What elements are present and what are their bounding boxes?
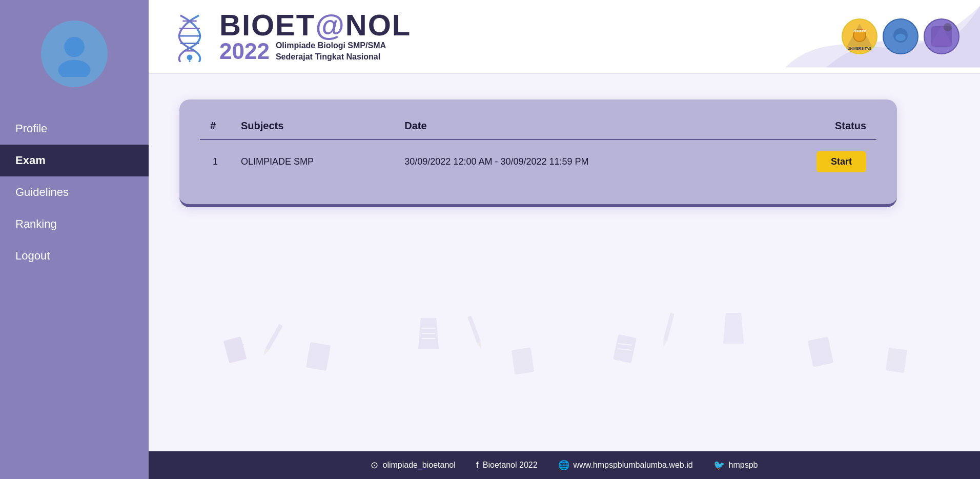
footer-instagram-text: olimpiade_bioetanol xyxy=(382,461,455,470)
sidebar-item-ranking[interactable]: Ranking xyxy=(0,208,149,240)
footer-website-text: www.hmpspblumbalumba.web.id xyxy=(574,461,693,470)
footer-facebook: f Bioetanol 2022 xyxy=(476,460,538,471)
svg-point-17 xyxy=(944,23,952,31)
svg-rect-18 xyxy=(223,336,247,364)
table-row: 1OLIMPIADE SMP30/09/2022 12:00 AM - 30/0… xyxy=(200,139,876,184)
footer-twitter-text: hmpspb xyxy=(729,461,758,470)
university-logo-1: UNIVERSITAS JEMBER xyxy=(842,18,877,54)
twitter-icon: 🐦 xyxy=(713,460,725,471)
bg-decoration xyxy=(149,308,980,410)
row-date: 30/09/2022 12:00 AM - 30/09/2022 11:59 P… xyxy=(394,139,753,184)
header-brand-title: BIOET@NOL xyxy=(219,10,411,40)
col-subjects: Subjects xyxy=(231,115,394,139)
svg-text:UNIVERSITAS: UNIVERSITAS xyxy=(848,47,872,50)
svg-point-7 xyxy=(187,55,193,61)
sidebar-item-exam[interactable]: Exam xyxy=(0,145,149,176)
sidebar-item-logout[interactable]: Logout xyxy=(0,240,149,272)
instagram-icon: ⊙ xyxy=(371,460,378,471)
header-year: 2022 xyxy=(219,40,270,63)
row-subject: OLIMPIADE SMP xyxy=(231,139,394,184)
svg-rect-40 xyxy=(663,313,675,341)
svg-line-24 xyxy=(311,356,326,358)
facebook-icon: f xyxy=(476,460,479,471)
header-title-block: BIOET@NOL 2022 Olimpiade Biologi SMP/SMA… xyxy=(219,10,411,63)
svg-line-19 xyxy=(230,345,244,346)
header: BIOET@NOL 2022 Olimpiade Biologi SMP/SMA… xyxy=(149,0,980,74)
sidebar: Profile Exam Guidelines Ranking Logout xyxy=(0,0,149,479)
footer-twitter: 🐦 hmpspb xyxy=(713,460,758,471)
svg-rect-29 xyxy=(512,348,534,375)
sidebar-nav: Profile Exam Guidelines Ranking Logout xyxy=(0,113,149,272)
svg-rect-22 xyxy=(306,342,331,371)
page-content: # Subjects Date Status 1OLIMPIADE SMP30/… xyxy=(149,74,980,451)
svg-rect-35 xyxy=(886,348,907,373)
svg-marker-37 xyxy=(262,348,269,356)
svg-rect-34 xyxy=(808,336,833,367)
avatar xyxy=(41,21,108,87)
svg-rect-36 xyxy=(266,324,283,351)
dna-icon xyxy=(169,11,210,62)
svg-marker-33 xyxy=(723,313,744,344)
svg-marker-41 xyxy=(662,340,667,348)
svg-text:JEMBER: JEMBER xyxy=(853,30,866,33)
footer-instagram: ⊙ olimpiade_bioetanol xyxy=(371,460,455,471)
col-number: # xyxy=(200,115,231,139)
header-subtitle: Olimpiade Biologi SMP/SMA Sederajat Ting… xyxy=(276,40,386,63)
footer-facebook-text: Bioetanol 2022 xyxy=(483,461,538,470)
svg-line-31 xyxy=(618,344,632,345)
row-status-cell: Start xyxy=(753,139,876,184)
globe-icon: 🌐 xyxy=(558,460,569,471)
university-logo-2 xyxy=(883,18,918,54)
svg-marker-25 xyxy=(418,318,439,349)
university-logos: UNIVERSITAS JEMBER xyxy=(842,18,959,54)
main-content: BIOET@NOL 2022 Olimpiade Biologi SMP/SMA… xyxy=(149,0,980,479)
footer: ⊙ olimpiade_bioetanol f Bioetanol 2022 🌐… xyxy=(149,451,980,479)
col-date: Date xyxy=(394,115,753,139)
svg-point-0 xyxy=(64,37,85,57)
header-subtitle-row: 2022 Olimpiade Biologi SMP/SMA Sederajat… xyxy=(219,40,411,63)
svg-rect-38 xyxy=(467,315,481,343)
svg-line-23 xyxy=(312,351,328,353)
exam-table: # Subjects Date Status 1OLIMPIADE SMP30/… xyxy=(200,115,876,184)
sidebar-item-profile[interactable]: Profile xyxy=(0,113,149,145)
row-number: 1 xyxy=(200,139,231,184)
svg-point-1 xyxy=(58,60,91,77)
sidebar-item-guidelines[interactable]: Guidelines xyxy=(0,176,149,208)
svg-rect-30 xyxy=(613,334,637,363)
svg-line-32 xyxy=(618,349,631,350)
svg-point-14 xyxy=(895,34,906,41)
svg-marker-39 xyxy=(477,342,483,350)
svg-line-20 xyxy=(229,350,243,351)
start-button[interactable]: Start xyxy=(816,151,866,172)
exam-card: # Subjects Date Status 1OLIMPIADE SMP30/… xyxy=(179,99,897,207)
university-logo-3 xyxy=(924,18,959,54)
svg-line-21 xyxy=(228,355,242,356)
footer-website: 🌐 www.hmpspblumbalumba.web.id xyxy=(558,460,693,471)
header-logo: BIOET@NOL 2022 Olimpiade Biologi SMP/SMA… xyxy=(169,10,411,63)
col-status: Status xyxy=(753,115,876,139)
